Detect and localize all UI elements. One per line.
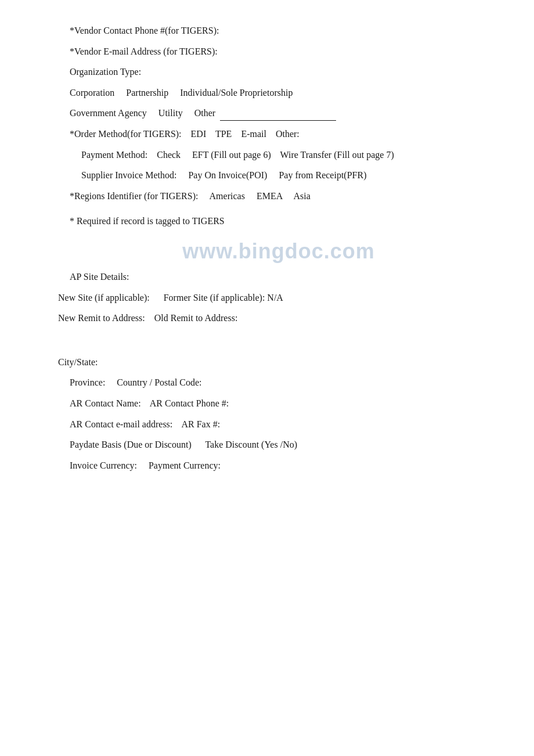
ar-email-fax-line: AR Contact e-mail address: AR Fax #: bbox=[58, 417, 499, 432]
city-state-line: City/State: bbox=[58, 355, 499, 370]
regions-line: *Regions Identifier (for TIGERS): Americ… bbox=[58, 189, 499, 204]
take-discount-label: Take Discount (Yes /No) bbox=[205, 440, 297, 449]
vendor-email-line: *Vendor E-mail Address (for TIGERS): bbox=[58, 44, 499, 59]
city-state-label: City/State: bbox=[58, 357, 98, 367]
payment-currency-label: Payment Currency: bbox=[149, 460, 221, 470]
order-tpe: TPE bbox=[215, 129, 232, 139]
org-other-field[interactable] bbox=[220, 110, 336, 121]
new-site-label: New Site (if applicable): bbox=[58, 293, 150, 303]
ap-site-label: AP Site Details: bbox=[70, 272, 129, 282]
paydate-line: Paydate Basis (Due or Discount) Take Dis… bbox=[58, 437, 499, 452]
new-remit-label: New Remit to Address: bbox=[58, 313, 145, 323]
org-corporation: Corporation bbox=[70, 88, 114, 98]
vendor-phone-line: *Vendor Contact Phone #(for TIGERS): bbox=[58, 23, 499, 38]
org-government: Government Agency bbox=[70, 108, 147, 118]
ar-contact-phone-label: AR Contact Phone #: bbox=[150, 398, 229, 408]
org-type-line: Organization Type: bbox=[58, 64, 499, 80]
region-emea: EMEA bbox=[257, 191, 282, 201]
former-site-label: Former Site (if applicable): N/A bbox=[164, 293, 283, 303]
org-partnership: Partnership bbox=[126, 88, 168, 98]
ar-contact-name-label: AR Contact Name: bbox=[70, 398, 141, 408]
payment-method-line: Payment Method: Check EFT (Fill out page… bbox=[58, 147, 499, 163]
regions-label: *Regions Identifier (for TIGERS): bbox=[70, 191, 198, 201]
new-former-site-line: New Site (if applicable): Former Site (i… bbox=[58, 290, 499, 305]
invoice-currency-label: Invoice Currency: bbox=[70, 460, 137, 470]
region-asia: Asia bbox=[293, 191, 310, 201]
vendor-email-label: *Vendor E-mail Address (for TIGERS): bbox=[70, 46, 218, 56]
order-edi: EDI bbox=[191, 129, 207, 139]
org-utility: Utility bbox=[158, 108, 183, 118]
province-label: Province: bbox=[70, 377, 105, 387]
ar-fax-label: AR Fax #: bbox=[181, 419, 220, 429]
payment-wire: Wire Transfer (Fill out page 7) bbox=[280, 150, 394, 160]
required-note: * Required if record is tagged to TIGERS bbox=[70, 216, 225, 226]
country-postal-label: Country / Postal Code: bbox=[117, 377, 201, 387]
vendor-phone-label: *Vendor Contact Phone #(for TIGERS): bbox=[70, 26, 219, 35]
order-method-label: *Order Method(for TIGERS): bbox=[70, 129, 182, 139]
required-note-line: * Required if record is tagged to TIGERS bbox=[58, 214, 499, 229]
org-type-row1: Corporation Partnership Individual/Sole … bbox=[58, 85, 499, 100]
org-type-row2: Government Agency Utility Other bbox=[58, 106, 499, 121]
order-email: E-mail bbox=[241, 129, 266, 139]
ar-contact-line: AR Contact Name: AR Contact Phone #: bbox=[58, 396, 499, 411]
ap-site-label-line: AP Site Details: bbox=[58, 269, 499, 285]
order-other: Other: bbox=[276, 129, 300, 139]
supplier-poi: Pay On Invoice(POI) bbox=[188, 170, 267, 180]
supplier-invoice-line: Supplier Invoice Method: Pay On Invoice(… bbox=[58, 168, 499, 183]
region-americas: Americas bbox=[210, 191, 245, 201]
supplier-invoice-label: Supplier Invoice Method: bbox=[81, 170, 176, 180]
payment-eft: EFT (Fill out page 6) bbox=[192, 150, 271, 160]
paydate-basis-label: Paydate Basis (Due or Discount) bbox=[70, 440, 192, 449]
order-method-line: *Order Method(for TIGERS): EDI TPE E-mai… bbox=[58, 127, 499, 142]
payment-method-label: Payment Method: bbox=[81, 150, 147, 160]
ar-contact-email-label: AR Contact e-mail address: bbox=[70, 419, 172, 429]
form-container: *Vendor Contact Phone #(for TIGERS): *Ve… bbox=[58, 23, 499, 473]
payment-check: Check bbox=[157, 150, 181, 160]
org-other: Other bbox=[194, 108, 215, 118]
province-line: Province: Country / Postal Code: bbox=[58, 375, 499, 390]
watermark: www.bingdoc.com bbox=[58, 239, 499, 264]
old-remit-label: Old Remit to Address: bbox=[154, 313, 238, 323]
supplier-pfr: Pay from Receipt(PFR) bbox=[279, 170, 366, 180]
org-type-label: Organization Type: bbox=[70, 67, 141, 77]
org-individual: Individual/Sole Proprietorship bbox=[180, 88, 293, 98]
currency-line: Invoice Currency: Payment Currency: bbox=[58, 458, 499, 473]
remit-address-line: New Remit to Address: Old Remit to Addre… bbox=[58, 311, 499, 326]
